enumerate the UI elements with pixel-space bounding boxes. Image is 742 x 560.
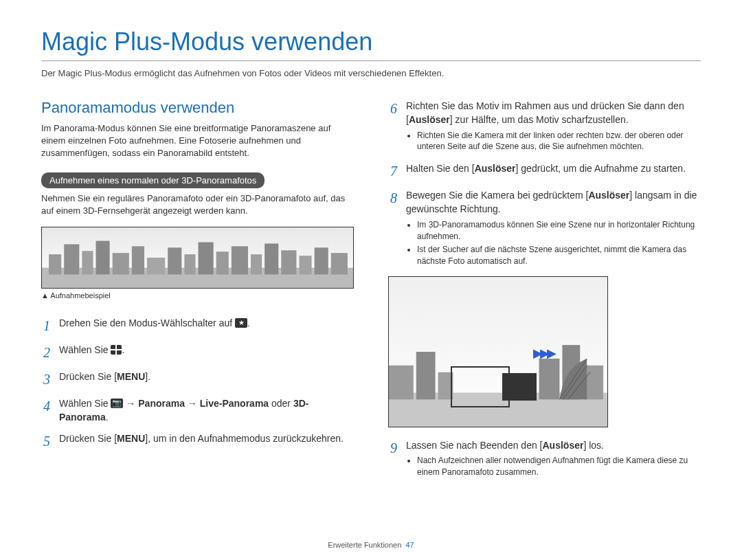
svg-rect-5 xyxy=(113,253,129,274)
steps-right-continued: 9 Lassen Sie nach Beenden den [Auslöser]… xyxy=(388,438,701,480)
viewfinder-frame-next xyxy=(502,373,537,401)
step-5: 5 Drücken Sie [MENU], um in den Aufnahme… xyxy=(41,432,354,451)
viewfinder-illustration: ▶▶▶ xyxy=(388,276,608,427)
viewfinder-frame xyxy=(451,366,510,407)
svg-rect-14 xyxy=(265,243,278,274)
step-6: 6 Richten Sie das Motiv im Rahmen aus un… xyxy=(388,99,701,155)
grid-icon xyxy=(111,345,122,355)
svg-rect-2 xyxy=(64,244,79,274)
svg-rect-1 xyxy=(49,254,61,274)
sub-bullets: Im 3D-Panoramamodus können Sie eine Szen… xyxy=(406,219,701,267)
svg-rect-20 xyxy=(389,366,414,400)
svg-rect-23 xyxy=(539,359,560,399)
step-number: 3 xyxy=(41,370,52,390)
right-column: 6 Richten Sie das Motiv im Rahmen aus un… xyxy=(388,99,701,487)
content-columns: Panoramamodus verwenden Im Panorama-Modu… xyxy=(41,99,701,487)
svg-rect-15 xyxy=(281,250,296,274)
svg-rect-11 xyxy=(216,251,229,274)
divider xyxy=(41,60,701,61)
svg-rect-17 xyxy=(315,247,328,274)
step-number: 5 xyxy=(41,432,52,451)
step-1: 1 Drehen Sie den Modus-Wählschalter auf … xyxy=(41,316,354,336)
bullet: Richten Sie die Kamera mit der linken od… xyxy=(417,130,701,153)
footer-section: Erweiterte Funktionen xyxy=(328,541,401,549)
step-body: Lassen Sie nach Beenden den [Auslöser] l… xyxy=(406,438,701,480)
step-7: 7 Halten Sie den [Auslöser] gedrückt, um… xyxy=(388,161,701,181)
step-number: 9 xyxy=(388,438,399,458)
page-number: 47 xyxy=(405,541,414,549)
steps-right: 6 Richten Sie das Motiv im Rahmen aus un… xyxy=(388,99,701,269)
caption-marker: ▲ xyxy=(41,291,49,300)
step-number: 8 xyxy=(388,188,399,208)
step-body: Drücken Sie [MENU], um in den Aufnahmemo… xyxy=(59,432,354,445)
step-2: 2 Wählen Sie . xyxy=(41,343,354,363)
page-intro: Der Magic Plus-Modus ermöglicht das Aufn… xyxy=(41,68,701,78)
svg-rect-21 xyxy=(416,352,436,399)
bullet: Ist der Sucher auf die nächste Szene aus… xyxy=(417,244,701,267)
camera-icon xyxy=(111,399,123,408)
star-icon xyxy=(235,318,247,328)
step-number: 4 xyxy=(41,396,52,416)
svg-rect-6 xyxy=(132,246,144,274)
page-title: Magic Plus-Modus verwenden xyxy=(41,27,701,56)
step-number: 2 xyxy=(41,343,52,363)
svg-rect-9 xyxy=(184,254,195,274)
svg-rect-10 xyxy=(199,242,214,274)
step-9: 9 Lassen Sie nach Beenden den [Auslöser]… xyxy=(388,438,701,480)
arrow-right-icon: ▶▶▶ xyxy=(533,346,554,361)
steps-left: 1 Drehen Sie den Modus-Wählschalter auf … xyxy=(41,316,354,451)
step-8: 8 Bewegen Sie die Kamera bei gedrücktem … xyxy=(388,188,701,269)
subsection-pill: Aufnehmen eines normalen oder 3D-Panoram… xyxy=(41,172,265,188)
step-body: Richten Sie das Motiv im Rahmen aus und … xyxy=(406,99,701,155)
step-body: Halten Sie den [Auslöser] gedrückt, um d… xyxy=(406,161,701,175)
menu-label: MENU xyxy=(117,371,145,382)
left-column: Panoramamodus verwenden Im Panorama-Modu… xyxy=(41,99,354,487)
svg-rect-16 xyxy=(299,256,311,274)
bullet: Nach Aufzeichnen aller notwendigen Aufna… xyxy=(417,455,701,478)
page: Magic Plus-Modus verwenden Der Magic Plu… xyxy=(0,0,742,487)
page-footer: Erweiterte Funktionen 47 xyxy=(0,541,742,549)
caption-text: Aufnahmebeispiel xyxy=(50,291,110,300)
svg-rect-7 xyxy=(147,258,165,274)
step-body: Wählen Sie → Panorama → Live-Panorama od… xyxy=(59,396,354,425)
step-number: 6 xyxy=(388,99,399,119)
section-heading: Panoramamodus verwenden xyxy=(41,99,354,117)
pill-description: Nehmen Sie ein reguläres Panoramafoto od… xyxy=(41,192,354,217)
illustration-caption: ▲ Aufnahmebeispiel xyxy=(41,291,354,300)
svg-rect-4 xyxy=(96,240,110,274)
step-3: 3 Drücken Sie [MENU]. xyxy=(41,370,354,390)
sub-bullets: Richten Sie die Kamera mit der linken od… xyxy=(406,130,701,153)
sub-bullets: Nach Aufzeichnen aller notwendigen Aufna… xyxy=(406,455,701,478)
bullet: Im 3D-Panoramamodus können Sie eine Szen… xyxy=(417,219,701,243)
step-body: Drehen Sie den Modus-Wählschalter auf . xyxy=(59,316,354,330)
svg-rect-18 xyxy=(331,253,348,274)
city-illustration xyxy=(42,227,353,288)
svg-rect-8 xyxy=(168,247,181,274)
menu-label: MENU xyxy=(117,433,145,444)
step-body: Drücken Sie [MENU]. xyxy=(59,370,354,383)
svg-rect-13 xyxy=(251,254,262,274)
svg-rect-3 xyxy=(82,251,93,274)
section-intro: Im Panorama-Modus können Sie eine breitf… xyxy=(41,122,354,160)
step-body: Bewegen Sie die Kamera bei gedrücktem [A… xyxy=(406,188,701,269)
step-number: 1 xyxy=(41,316,52,336)
svg-rect-12 xyxy=(232,246,248,274)
step-body: Wählen Sie . xyxy=(59,343,354,357)
step-number: 7 xyxy=(388,161,399,181)
panorama-illustration xyxy=(41,227,354,289)
step-4: 4 Wählen Sie → Panorama → Live-Panorama … xyxy=(41,396,354,425)
